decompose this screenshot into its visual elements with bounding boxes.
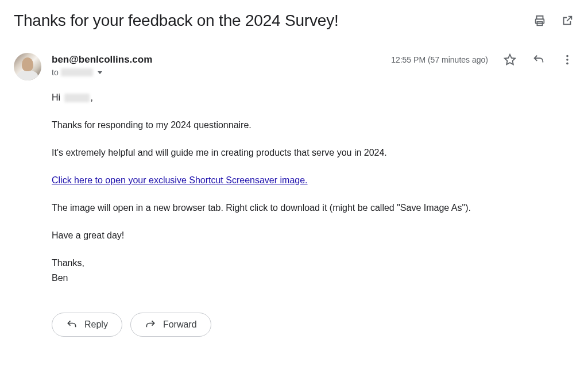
svg-point-5 xyxy=(566,63,568,65)
timestamp: 12:55 PM (57 minutes ago) xyxy=(391,55,488,64)
actions-row: Reply Forward xyxy=(52,313,574,337)
chevron-down-icon[interactable] xyxy=(98,71,102,74)
greeting-suffix: , xyxy=(91,93,93,102)
reply-arrow-icon xyxy=(66,319,78,330)
more-icon[interactable] xyxy=(560,53,574,67)
body-p1: Thanks for responding to my 2024 questio… xyxy=(52,118,574,132)
email-body: Hi , Thanks for responding to my 2024 qu… xyxy=(52,91,574,285)
reply-icon[interactable] xyxy=(532,53,546,67)
screensaver-link[interactable]: Click here to open your exclusive Shortc… xyxy=(52,175,308,185)
sender-email[interactable]: ben@benlcollins.com xyxy=(52,54,152,66)
header-actions xyxy=(533,11,574,28)
signoff-1: Thanks, xyxy=(52,256,574,270)
body-p2: It's extremely helpful and will guide me… xyxy=(52,146,574,160)
svg-marker-2 xyxy=(505,55,515,64)
star-icon[interactable] xyxy=(503,53,517,67)
print-icon[interactable] xyxy=(533,14,547,28)
forward-label: Forward xyxy=(163,319,197,330)
reply-label: Reply xyxy=(84,319,108,330)
signoff-2: Ben xyxy=(52,271,574,285)
recipient-row[interactable]: to xyxy=(52,68,574,77)
forward-button[interactable]: Forward xyxy=(130,313,211,337)
to-prefix: to xyxy=(52,68,59,77)
reply-button[interactable]: Reply xyxy=(52,313,122,337)
greeting-prefix: Hi xyxy=(52,93,60,102)
body-p4: Have a great day! xyxy=(52,229,574,242)
greeting-line: Hi , xyxy=(52,91,574,105)
body-p3: The image will open in a new browser tab… xyxy=(52,201,574,215)
recipient-redacted xyxy=(61,68,93,76)
email-subject: Thanks for your feedback on the 2024 Sur… xyxy=(14,11,339,30)
forward-arrow-icon xyxy=(145,319,156,330)
svg-point-3 xyxy=(566,55,568,57)
svg-point-4 xyxy=(566,59,568,61)
name-redacted xyxy=(64,94,90,102)
open-in-new-icon[interactable] xyxy=(560,14,574,28)
sender-avatar[interactable] xyxy=(14,53,41,80)
